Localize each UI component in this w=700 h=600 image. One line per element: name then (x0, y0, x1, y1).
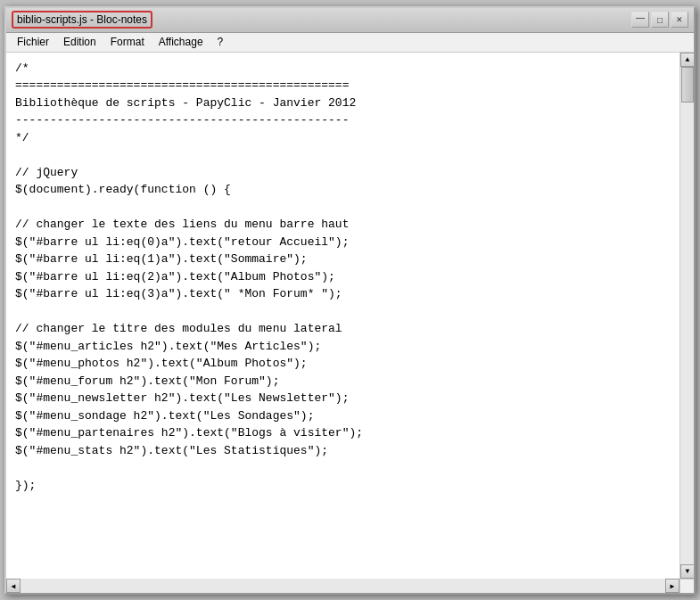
editor-area: /* =====================================… (6, 53, 694, 579)
menu-affichage[interactable]: Affichage (152, 34, 210, 50)
title-bar: biblio-scripts.js - Bloc-notes (6, 8, 694, 33)
menu-edition[interactable]: Edition (56, 34, 103, 50)
menu-help[interactable]: ? (210, 34, 231, 50)
scroll-track-horizontal[interactable] (21, 579, 665, 593)
scroll-down-button[interactable]: ▼ (680, 564, 694, 579)
scroll-up-button[interactable]: ▲ (680, 53, 694, 67)
scroll-track-vertical[interactable] (680, 67, 694, 564)
menu-fichier[interactable]: Fichier (10, 34, 56, 50)
vertical-scrollbar[interactable]: ▲ ▼ (679, 53, 694, 579)
scroll-thumb-vertical[interactable] (681, 67, 694, 103)
scroll-right-button[interactable]: ▶ (665, 579, 679, 593)
bottom-bar: ◀ ▶ (6, 579, 694, 593)
menu-bar: Fichier Edition Format Affichage ? (6, 33, 694, 53)
title-bar-buttons (631, 12, 688, 28)
window-title: biblio-scripts.js - Bloc-notes (12, 11, 631, 29)
main-window: biblio-scripts.js - Bloc-notes Fichier E… (4, 6, 696, 595)
close-button[interactable] (671, 12, 688, 28)
editor-content[interactable]: /* =====================================… (6, 53, 679, 579)
horizontal-scrollbar[interactable]: ◀ ▶ (6, 579, 679, 593)
window-title-text: biblio-scripts.js - Bloc-notes (12, 11, 152, 29)
scroll-left-button[interactable]: ◀ (6, 579, 21, 593)
minimize-button[interactable] (631, 12, 649, 28)
maximize-button[interactable] (651, 12, 669, 28)
menu-format[interactable]: Format (103, 34, 152, 50)
scrollbar-corner (679, 579, 694, 593)
